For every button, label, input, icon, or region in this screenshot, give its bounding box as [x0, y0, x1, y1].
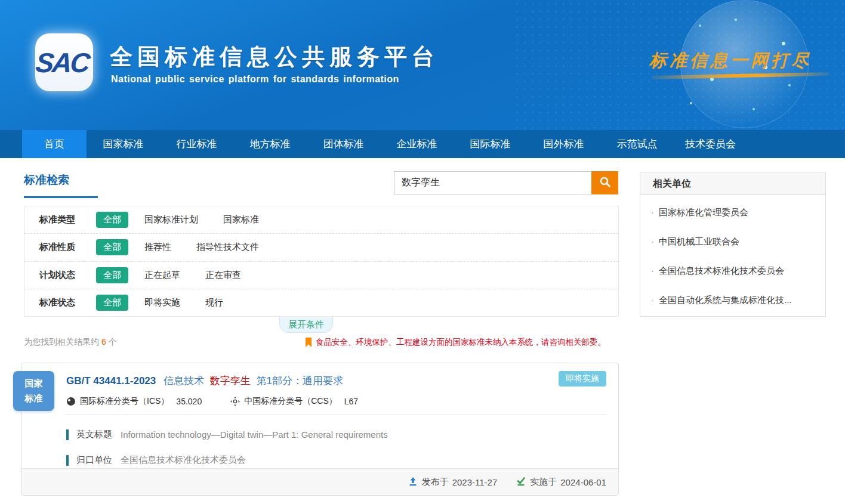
- related-units-list: 国家标准化管理委员会中国机械工业联合会全国信息技术标准化技术委员会全国自动化系统…: [640, 195, 825, 317]
- result-card: 国家 标准 GB/T 43441.1-2023 信息技术 数字孪生 第1部分：通…: [21, 363, 619, 496]
- implemented-label: 实施于: [530, 477, 557, 488]
- filter-option[interactable]: 即将实施: [144, 297, 180, 308]
- expand-conditions-button[interactable]: 展开条件: [279, 317, 333, 333]
- ccs-group: 中国标准分类号（CCS） L67: [230, 396, 358, 407]
- filter-option[interactable]: 指导性技术文件: [196, 242, 259, 253]
- implemented-date-group: 实施于 2024-06-01: [516, 477, 606, 488]
- info-value: Information technology—Digital twin—Part…: [121, 429, 388, 440]
- filter-row-0: 标准类型全部国家标准计划国家标准: [24, 206, 618, 234]
- filter-label: 计划状态: [39, 270, 96, 281]
- filter-row-2: 计划状态全部正在起草正在审查: [24, 262, 618, 289]
- results-count-suffix: 个: [109, 337, 117, 347]
- nav-item-7[interactable]: 国外标准: [527, 130, 600, 158]
- filter-row-1: 标准性质全部推荐性指导性技术文件: [24, 234, 618, 261]
- card-info-rows: 英文标题Information technology—Digital twin—…: [66, 422, 591, 473]
- info-value: 全国信息技术标准化技术委员会: [121, 454, 246, 466]
- main-content: 标准检索 标准类型全部国家标准计划国家标准标准性质全部推荐性指导性技术文件计划状…: [0, 158, 845, 504]
- filter-row-3: 标准状态全部即将实施现行: [24, 289, 618, 316]
- standard-title-part2: 第1部分：通用要求: [256, 375, 343, 386]
- related-units-title: 相关单位: [640, 172, 825, 195]
- results-count-number: 6: [101, 337, 106, 347]
- main-nav: 首页国家标准行业标准地方标准团体标准企业标准国际标准国外标准示范试点技术委员会: [0, 130, 845, 158]
- ccs-label: 中国标准分类号（CCS）: [244, 396, 337, 407]
- published-label: 发布于: [422, 477, 449, 488]
- search-icon: [599, 176, 611, 190]
- filter-option[interactable]: 推荐性: [144, 242, 171, 253]
- implemented-date: 2024-06-01: [560, 477, 606, 487]
- ics-group: 国际标准分类号（ICS） 35.020: [66, 396, 202, 407]
- filter-option[interactable]: 正在起草: [144, 270, 180, 281]
- filter-label: 标准状态: [39, 297, 96, 308]
- filter-option[interactable]: 国家标准: [223, 214, 259, 225]
- published-date: 2023-11-27: [452, 477, 498, 487]
- standard-title-part1: 信息技术: [164, 375, 204, 386]
- page-title: 标准检索: [24, 172, 69, 188]
- ccs-value: L67: [344, 397, 358, 406]
- site-slogan: 标准信息一网打尽: [649, 49, 812, 73]
- filter-option[interactable]: 正在审查: [205, 270, 241, 281]
- site-subtitle: National public service platform for sta…: [111, 74, 399, 85]
- standard-type-badge: 国家 标准: [13, 371, 54, 411]
- filter-option[interactable]: 现行: [205, 297, 223, 308]
- classification-row: 国际标准分类号（ICS） 35.020 中国标准分类号（CCS） L67: [66, 396, 358, 407]
- status-badge: 即将实施: [559, 371, 606, 386]
- compass-icon: [230, 397, 240, 406]
- nav-item-3[interactable]: 地方标准: [233, 130, 307, 158]
- sac-logo[interactable]: SAC: [35, 33, 93, 91]
- site-title: 全国标准信息公共服务平台: [110, 42, 439, 72]
- filter-all-button[interactable]: 全部: [96, 212, 128, 228]
- info-label: 英文标题: [76, 429, 112, 440]
- nav-item-5[interactable]: 企业标准: [380, 130, 454, 158]
- related-unit-item-2[interactable]: 全国信息技术标准化技术委员会: [640, 256, 825, 285]
- filter-option[interactable]: 国家标准计划: [144, 214, 198, 225]
- nav-item-0[interactable]: 首页: [22, 130, 87, 158]
- page-title-underline: [24, 196, 98, 198]
- system-notice-text: 食品安全、环境保护、工程建设方面的国家标准未纳入本系统，请咨询相关部委。: [316, 337, 606, 348]
- ics-label: 国际标准分类号（ICS）: [80, 396, 169, 407]
- check-icon: [516, 477, 530, 488]
- ics-value: 35.020: [176, 397, 202, 406]
- nav-item-8[interactable]: 示范试点: [600, 130, 674, 158]
- info-label: 归口单位: [76, 454, 112, 466]
- filter-label: 标准性质: [39, 242, 96, 253]
- teal-bar: [66, 429, 69, 440]
- related-unit-item-1[interactable]: 中国机械工业联合会: [640, 227, 825, 256]
- card-footer: 发布于 2023-11-27 实施于 2024-06-01: [21, 468, 618, 495]
- results-count-prefix: 为您找到相关结果约: [24, 337, 99, 347]
- nav-item-4[interactable]: 团体标准: [307, 130, 380, 158]
- nav-item-9[interactable]: 技术委员会: [674, 130, 747, 158]
- globe-icon: [66, 397, 76, 406]
- results-row: 为您找到相关结果约6个 食品安全、环境保护、工程建设方面的国家标准未纳入本系统，…: [24, 337, 619, 348]
- related-units-panel: 相关单位 国家标准化管理委员会中国机械工业联合会全国信息技术标准化技术委员会全国…: [640, 172, 826, 317]
- filter-all-button[interactable]: 全部: [96, 239, 128, 255]
- system-notice: 食品安全、环境保护、工程建设方面的国家标准未纳入本系统，请咨询相关部委。: [306, 337, 619, 348]
- upload-icon: [408, 477, 422, 488]
- card-divider: [66, 415, 606, 415]
- filter-panel: 标准类型全部国家标准计划国家标准标准性质全部推荐性指导性技术文件计划状态全部正在…: [24, 206, 619, 317]
- sac-logo-text: SAC: [35, 47, 94, 79]
- filter-all-button[interactable]: 全部: [96, 295, 128, 311]
- standard-title-link[interactable]: GB/T 43441.1-2023 信息技术 数字孪生 第1部分：通用要求: [66, 374, 343, 388]
- search-button[interactable]: [591, 171, 618, 194]
- related-unit-item-0[interactable]: 国家标准化管理委员会: [640, 197, 825, 227]
- related-unit-item-3[interactable]: 全国自动化系统与集成标准化技...: [640, 285, 825, 314]
- nav-item-1[interactable]: 国家标准: [87, 130, 160, 158]
- search-input[interactable]: [394, 171, 591, 194]
- published-date-group: 发布于 2023-11-27: [408, 477, 498, 488]
- standard-title-highlight: 数字孪生: [210, 375, 251, 386]
- teal-bar: [66, 455, 69, 466]
- nav-item-6[interactable]: 国际标准: [454, 130, 527, 158]
- filter-label: 标准类型: [39, 214, 96, 225]
- results-count: 为您找到相关结果约6个: [24, 337, 117, 348]
- info-row-0: 英文标题Information technology—Digital twin—…: [66, 422, 591, 447]
- nav-item-2[interactable]: 行业标准: [160, 130, 233, 158]
- site-header: SAC 全国标准信息公共服务平台 National public service…: [0, 0, 845, 130]
- bookmark-icon: [306, 338, 312, 347]
- filter-all-button[interactable]: 全部: [96, 267, 128, 283]
- standard-code: GB/T 43441.1-2023: [66, 375, 156, 386]
